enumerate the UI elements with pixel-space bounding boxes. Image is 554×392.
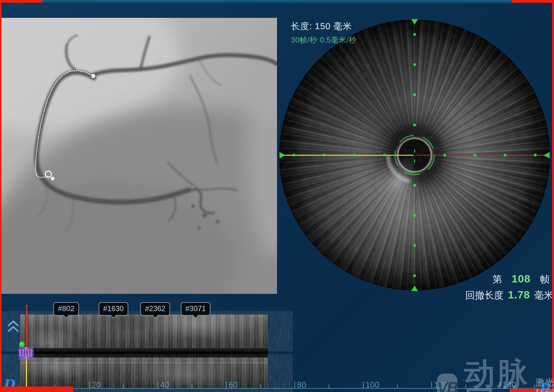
frame-number: 108 xyxy=(512,273,530,285)
frame-bookmark[interactable]: #1630 xyxy=(98,302,128,316)
pullback-value: 1.78 xyxy=(508,289,530,301)
frame-bookmark[interactable]: #802 xyxy=(53,302,79,316)
angiography-panel[interactable] xyxy=(2,18,277,294)
capture-frame-right xyxy=(552,0,554,392)
ruler-tick-major xyxy=(294,382,295,388)
ruler-label: 80 xyxy=(297,380,306,390)
longitudinal-catheter-band xyxy=(20,348,268,358)
capture-frame-top-left xyxy=(0,0,42,3)
pullback-unit: 毫米 xyxy=(534,289,553,302)
ivus-workstation-screen: 长度: 150 毫米 30帧/秒 0.5毫米/秒 第 108 帧 回撤长度 1.… xyxy=(0,0,554,392)
title-bar-strip xyxy=(42,0,512,4)
frame-unit: 帧 xyxy=(540,273,550,286)
angiography-image xyxy=(2,18,277,294)
capture-frame-left xyxy=(0,0,2,392)
watermark-p-glyph: P xyxy=(541,380,551,392)
watermark-logo: VB xyxy=(437,374,457,392)
capture-frame-bottom-left xyxy=(0,386,73,392)
pullback-readout: 回撤长度 1.78 毫米 xyxy=(465,289,553,302)
frame-bookmark[interactable]: #3071 xyxy=(181,302,211,316)
collapse-panel-button[interactable] xyxy=(7,319,19,334)
ruler-tick-minor xyxy=(397,385,398,388)
longitudinal-view-upper[interactable] xyxy=(20,314,268,348)
acquisition-speed-label: 30帧/秒 0.5毫米/秒 xyxy=(291,35,356,45)
current-frame-line[interactable] xyxy=(26,305,27,348)
pullback-length-label: 长度: 150 毫米 xyxy=(291,20,356,33)
longitudinal-view-lower[interactable] xyxy=(20,358,268,389)
capture-frame-top-right xyxy=(512,0,554,3)
frame-bookmark[interactable]: #2362 xyxy=(140,302,170,316)
ruler-tick-major xyxy=(363,382,364,388)
frame-prefix: 第 xyxy=(492,273,502,286)
pullback-position-line xyxy=(26,358,27,388)
watermark-name: 动脉网 xyxy=(464,359,533,392)
ruler-label: 100 xyxy=(366,380,379,390)
ruler-tick-major xyxy=(431,382,432,388)
frame-counter: 第 108 帧 xyxy=(492,273,550,286)
acquisition-info: 长度: 150 毫米 30帧/秒 0.5毫米/秒 xyxy=(291,20,356,45)
watermark: VB 动脉网 激光 转到 P xyxy=(437,359,554,392)
ivus-cross-section-panel[interactable] xyxy=(279,20,550,290)
pullback-label: 回撤长度 xyxy=(465,289,504,302)
chevron-up-double-icon xyxy=(7,319,19,333)
catheter-position-slider[interactable] xyxy=(19,349,33,357)
ruler-tick-minor xyxy=(328,385,329,388)
